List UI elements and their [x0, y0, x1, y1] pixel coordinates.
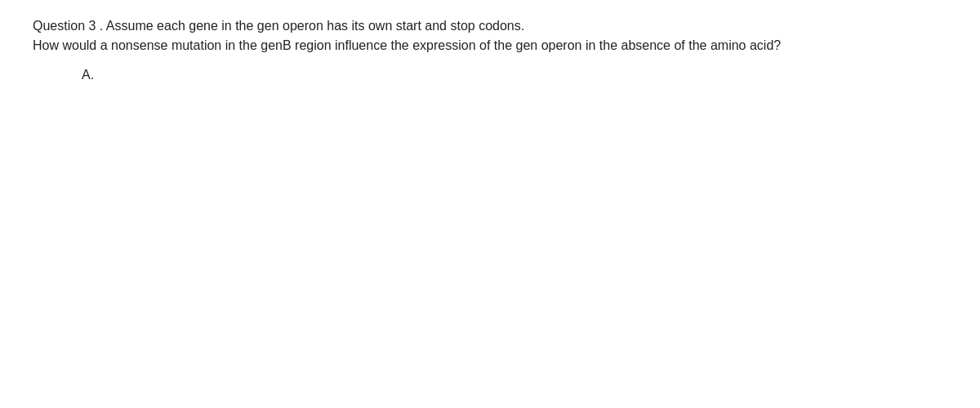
question-header-1: Question 3 . Assume each gene in the gen… [33, 16, 947, 55]
question-body-1: How would a nonsense mutation in the gen… [33, 38, 781, 52]
list-item [82, 306, 947, 328]
question-label-1: Question 3 . [33, 19, 106, 33]
question-header-2 [33, 189, 947, 209]
list-item [82, 108, 947, 130]
page-content: Question 3 . Assume each gene in the gen… [33, 16, 947, 328]
question-assumption-1: Assume each gene in the gen operon has i… [106, 19, 524, 33]
list-item [82, 284, 947, 306]
list-item [82, 261, 947, 283]
options-list-2 [33, 217, 947, 328]
list-item [82, 131, 947, 153]
question-block-1: Question 3 . Assume each gene in the gen… [33, 16, 947, 175]
question-block-2 [33, 189, 947, 328]
options-list-1: A. [33, 64, 947, 175]
option-letter: A. [82, 64, 100, 86]
list-item [82, 239, 947, 261]
list-item [82, 217, 947, 239]
list-item [82, 153, 947, 175]
list-item: A. [82, 64, 947, 86]
list-item [82, 86, 947, 108]
